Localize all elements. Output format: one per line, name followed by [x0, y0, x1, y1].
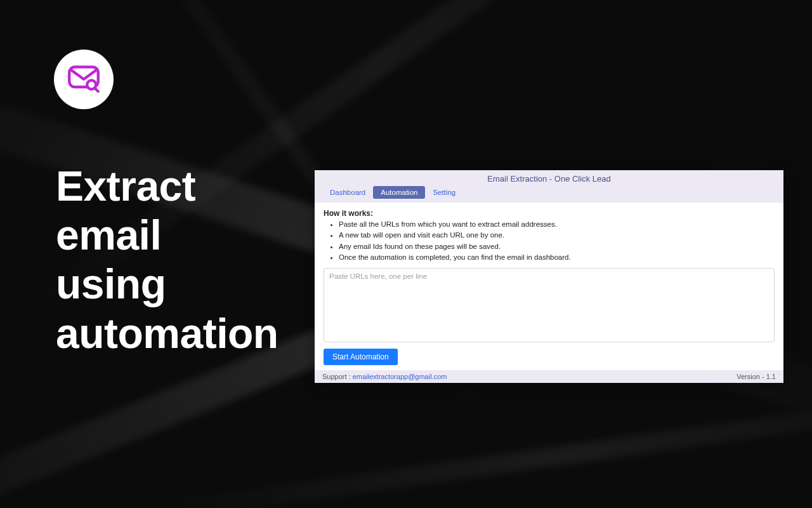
- panel-title: Email Extraction - One Click Lead: [315, 170, 783, 186]
- extension-panel: Email Extraction - One Click Lead Dashbo…: [315, 170, 783, 383]
- hero-line: Extract: [56, 162, 278, 211]
- hero-line: automation: [56, 309, 278, 358]
- support-label: Support :: [322, 373, 353, 380]
- app-logo: [54, 50, 114, 109]
- svg-line-2: [95, 88, 98, 91]
- panel-footer: Support : emailextractorapp@gmail.com Ve…: [315, 370, 783, 383]
- list-item: Any email Ids found on these pages will …: [339, 241, 775, 252]
- list-item: A new tab will open and visit each URL o…: [339, 230, 775, 241]
- support-email-link[interactable]: emailextractorapp@gmail.com: [353, 373, 447, 380]
- how-it-works-title: How it works:: [324, 209, 775, 218]
- list-item: Once the automation is completed, you ca…: [339, 252, 775, 263]
- tab-bar: Dashboard Automation Setting: [315, 186, 783, 203]
- panel-content: How it works: Paste all the URLs from wh…: [315, 203, 783, 370]
- tab-setting[interactable]: Setting: [425, 186, 463, 199]
- hero-headline: Extract email using automation: [56, 162, 278, 358]
- tab-automation[interactable]: Automation: [373, 186, 425, 199]
- urls-textarea[interactable]: [324, 268, 775, 342]
- hero-line: email: [56, 211, 278, 260]
- how-it-works-list: Paste all the URLs from which you want t…: [324, 219, 775, 263]
- support-text: Support : emailextractorapp@gmail.com: [322, 373, 447, 380]
- start-automation-button[interactable]: Start Automation: [324, 349, 398, 365]
- hero-line: using: [56, 260, 278, 309]
- tab-dashboard[interactable]: Dashboard: [322, 186, 373, 199]
- version-label: Version - 1.1: [737, 373, 776, 380]
- envelope-search-icon: [66, 60, 102, 98]
- list-item: Paste all the URLs from which you want t…: [339, 219, 775, 230]
